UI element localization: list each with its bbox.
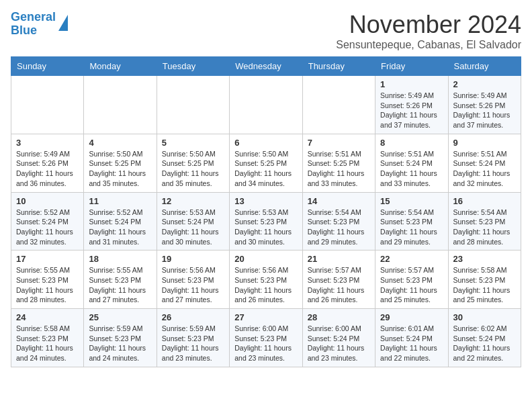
day-info: Sunrise: 5:50 AMSunset: 5:25 PMDaylight:… <box>234 149 297 189</box>
day-info: Sunrise: 5:54 AMSunset: 5:23 PMDaylight:… <box>453 208 516 247</box>
day-cell: 10Sunrise: 5:52 AMSunset: 5:24 PMDayligh… <box>11 192 84 250</box>
day-number: 10 <box>16 196 79 206</box>
day-info: Sunrise: 5:49 AMSunset: 5:26 PMDaylight:… <box>453 91 516 130</box>
day-number: 17 <box>16 254 79 264</box>
day-cell: 26Sunrise: 5:59 AMSunset: 5:23 PMDayligh… <box>157 309 229 367</box>
day-cell: 18Sunrise: 5:55 AMSunset: 5:23 PMDayligh… <box>84 250 157 309</box>
day-number: 26 <box>162 312 224 322</box>
day-number: 1 <box>380 79 443 89</box>
day-cell: 29Sunrise: 6:01 AMSunset: 5:24 PMDayligh… <box>375 309 448 367</box>
week-row-0: 1Sunrise: 5:49 AMSunset: 5:26 PMDaylight… <box>11 76 521 134</box>
logo-text: GeneralBlue <box>11 11 56 38</box>
day-cell: 14Sunrise: 5:54 AMSunset: 5:23 PMDayligh… <box>302 192 375 250</box>
day-number: 6 <box>234 138 297 148</box>
day-info: Sunrise: 5:56 AMSunset: 5:23 PMDaylight:… <box>162 265 224 305</box>
day-info: Sunrise: 6:00 AMSunset: 5:23 PMDaylight:… <box>234 324 297 363</box>
day-number: 12 <box>162 196 224 206</box>
day-cell: 20Sunrise: 5:56 AMSunset: 5:23 PMDayligh… <box>230 250 302 309</box>
day-info: Sunrise: 5:52 AMSunset: 5:24 PMDaylight:… <box>89 208 151 247</box>
day-info: Sunrise: 5:58 AMSunset: 5:23 PMDaylight:… <box>453 265 516 305</box>
day-cell: 28Sunrise: 6:00 AMSunset: 5:24 PMDayligh… <box>302 309 375 367</box>
day-number: 25 <box>89 312 151 322</box>
title-block: November 2024 Sensuntepeque, Cabanas, El… <box>336 11 521 51</box>
day-number: 29 <box>380 312 443 322</box>
day-cell: 27Sunrise: 6:00 AMSunset: 5:23 PMDayligh… <box>230 309 302 367</box>
day-info: Sunrise: 5:54 AMSunset: 5:23 PMDaylight:… <box>380 208 443 247</box>
week-row-4: 24Sunrise: 5:58 AMSunset: 5:23 PMDayligh… <box>11 309 521 367</box>
day-number: 20 <box>234 254 297 264</box>
day-info: Sunrise: 5:56 AMSunset: 5:23 PMDaylight:… <box>234 265 297 305</box>
day-info: Sunrise: 5:49 AMSunset: 5:26 PMDaylight:… <box>16 149 79 189</box>
day-info: Sunrise: 5:52 AMSunset: 5:24 PMDaylight:… <box>16 208 79 247</box>
day-info: Sunrise: 5:59 AMSunset: 5:23 PMDaylight:… <box>89 324 151 363</box>
day-number: 13 <box>234 196 297 206</box>
day-cell <box>11 76 84 134</box>
day-cell: 11Sunrise: 5:52 AMSunset: 5:24 PMDayligh… <box>84 192 157 250</box>
week-row-3: 17Sunrise: 5:55 AMSunset: 5:23 PMDayligh… <box>11 250 521 309</box>
day-info: Sunrise: 5:57 AMSunset: 5:23 PMDaylight:… <box>308 265 370 305</box>
page-header: GeneralBlue November 2024 Sensuntepeque,… <box>11 11 521 51</box>
day-number: 5 <box>162 138 224 148</box>
day-info: Sunrise: 6:02 AMSunset: 5:24 PMDaylight:… <box>453 324 516 363</box>
day-number: 28 <box>308 312 370 322</box>
location-subtitle: Sensuntepeque, Cabanas, El Salvador <box>336 39 521 51</box>
col-header-friday: Friday <box>375 57 448 76</box>
day-number: 4 <box>89 138 151 148</box>
logo-icon <box>58 15 68 31</box>
col-header-saturday: Saturday <box>448 57 521 76</box>
day-cell: 22Sunrise: 5:57 AMSunset: 5:23 PMDayligh… <box>375 250 448 309</box>
day-cell: 19Sunrise: 5:56 AMSunset: 5:23 PMDayligh… <box>157 250 229 309</box>
day-info: Sunrise: 5:51 AMSunset: 5:24 PMDaylight:… <box>380 149 443 189</box>
day-cell <box>230 76 302 134</box>
col-header-monday: Monday <box>84 57 157 76</box>
day-number: 7 <box>308 138 370 148</box>
col-header-thursday: Thursday <box>302 57 375 76</box>
day-cell: 30Sunrise: 6:02 AMSunset: 5:24 PMDayligh… <box>448 309 521 367</box>
day-cell: 3Sunrise: 5:49 AMSunset: 5:26 PMDaylight… <box>11 134 84 192</box>
col-header-tuesday: Tuesday <box>157 57 229 76</box>
day-number: 24 <box>16 312 79 322</box>
day-number: 14 <box>308 196 370 206</box>
day-cell: 13Sunrise: 5:53 AMSunset: 5:23 PMDayligh… <box>230 192 302 250</box>
day-info: Sunrise: 5:50 AMSunset: 5:25 PMDaylight:… <box>89 149 151 189</box>
day-cell: 12Sunrise: 5:53 AMSunset: 5:24 PMDayligh… <box>157 192 229 250</box>
day-number: 19 <box>162 254 224 264</box>
day-cell: 15Sunrise: 5:54 AMSunset: 5:23 PMDayligh… <box>375 192 448 250</box>
calendar-table: SundayMondayTuesdayWednesdayThursdayFrid… <box>11 56 521 367</box>
day-cell: 23Sunrise: 5:58 AMSunset: 5:23 PMDayligh… <box>448 250 521 309</box>
day-cell: 25Sunrise: 5:59 AMSunset: 5:23 PMDayligh… <box>84 309 157 367</box>
day-number: 30 <box>453 312 516 322</box>
day-number: 22 <box>380 254 443 264</box>
calendar-header-row: SundayMondayTuesdayWednesdayThursdayFrid… <box>11 57 521 76</box>
day-cell: 16Sunrise: 5:54 AMSunset: 5:23 PMDayligh… <box>448 192 521 250</box>
col-header-sunday: Sunday <box>11 57 84 76</box>
day-info: Sunrise: 5:59 AMSunset: 5:23 PMDaylight:… <box>162 324 224 363</box>
day-info: Sunrise: 6:01 AMSunset: 5:24 PMDaylight:… <box>380 324 443 363</box>
day-number: 23 <box>453 254 516 264</box>
day-cell <box>84 76 157 134</box>
day-number: 11 <box>89 196 151 206</box>
day-number: 27 <box>234 312 297 322</box>
week-row-2: 10Sunrise: 5:52 AMSunset: 5:24 PMDayligh… <box>11 192 521 250</box>
day-number: 2 <box>453 79 516 89</box>
day-cell: 8Sunrise: 5:51 AMSunset: 5:24 PMDaylight… <box>375 134 448 192</box>
day-number: 21 <box>308 254 370 264</box>
day-info: Sunrise: 5:51 AMSunset: 5:25 PMDaylight:… <box>308 149 370 189</box>
day-cell: 4Sunrise: 5:50 AMSunset: 5:25 PMDaylight… <box>84 134 157 192</box>
day-info: Sunrise: 5:53 AMSunset: 5:23 PMDaylight:… <box>234 208 297 247</box>
day-cell: 2Sunrise: 5:49 AMSunset: 5:26 PMDaylight… <box>448 76 521 134</box>
day-cell <box>157 76 229 134</box>
day-number: 15 <box>380 196 443 206</box>
week-row-1: 3Sunrise: 5:49 AMSunset: 5:26 PMDaylight… <box>11 134 521 192</box>
day-cell: 1Sunrise: 5:49 AMSunset: 5:26 PMDaylight… <box>375 76 448 134</box>
day-cell: 5Sunrise: 5:50 AMSunset: 5:25 PMDaylight… <box>157 134 229 192</box>
day-info: Sunrise: 5:50 AMSunset: 5:25 PMDaylight:… <box>162 149 224 189</box>
day-number: 18 <box>89 254 151 264</box>
day-info: Sunrise: 5:51 AMSunset: 5:24 PMDaylight:… <box>453 149 516 189</box>
day-cell <box>302 76 375 134</box>
day-number: 16 <box>453 196 516 206</box>
day-info: Sunrise: 5:55 AMSunset: 5:23 PMDaylight:… <box>89 265 151 305</box>
day-info: Sunrise: 5:58 AMSunset: 5:23 PMDaylight:… <box>16 324 79 363</box>
day-cell: 21Sunrise: 5:57 AMSunset: 5:23 PMDayligh… <box>302 250 375 309</box>
day-cell: 6Sunrise: 5:50 AMSunset: 5:25 PMDaylight… <box>230 134 302 192</box>
